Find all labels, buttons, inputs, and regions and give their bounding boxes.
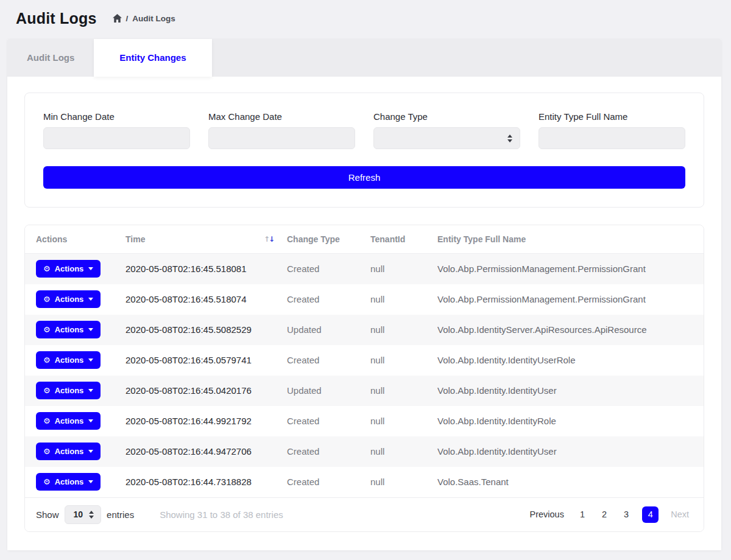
cell-tenantid: null	[370, 467, 437, 497]
table-row: ⚙Actions 2020-05-08T02:16:44.7318828 Cre…	[25, 467, 704, 497]
pagination-next[interactable]: Next	[668, 508, 691, 520]
panel-body: Min Change Date Max Change Date Change T…	[7, 77, 721, 550]
cell-time: 2020-05-08T02:16:45.518081	[125, 254, 287, 284]
cell-change-type: Created	[287, 406, 370, 436]
tab-audit-logs[interactable]: Audit Logs	[7, 39, 94, 77]
chevron-down-icon	[88, 389, 93, 392]
row-actions-button[interactable]: ⚙Actions	[36, 351, 101, 369]
page-size-select[interactable]: 10	[65, 505, 102, 524]
cell-time: 2020-05-08T02:16:45.5082529	[125, 315, 287, 345]
home-icon[interactable]	[113, 14, 122, 23]
cell-entity-type-full-name: Volo.Abp.IdentityServer.ApiResources.Api…	[437, 315, 704, 345]
cell-change-type: Updated	[287, 376, 370, 406]
pagination-page-4-active[interactable]: 4	[642, 506, 659, 523]
table-info: Showing 31 to 38 of 38 entries	[160, 509, 283, 520]
cell-entity-type-full-name: Volo.Abp.Identity.IdentityUserRole	[437, 345, 704, 376]
table-row: ⚙Actions 2020-05-08T02:16:44.9921792 Cre…	[25, 406, 704, 436]
cell-change-type: Created	[287, 254, 370, 284]
filter-entity-type-full-name: Entity Type Full Name	[539, 111, 685, 149]
actions-label: Actions	[55, 355, 84, 365]
table-row: ⚙Actions 2020-05-08T02:16:45.0420176 Upd…	[25, 376, 704, 406]
cell-time: 2020-05-08T02:16:44.7318828	[125, 467, 287, 497]
filter-card: Min Change Date Max Change Date Change T…	[24, 93, 704, 208]
refresh-button[interactable]: Refresh	[43, 166, 685, 189]
pagination-previous[interactable]: Previous	[528, 508, 567, 520]
row-actions-button[interactable]: ⚙Actions	[36, 473, 101, 491]
actions-label: Actions	[55, 325, 84, 334]
gear-icon: ⚙	[43, 326, 51, 334]
chevron-down-icon	[88, 450, 93, 453]
gear-icon: ⚙	[43, 478, 51, 486]
change-type-select[interactable]	[373, 127, 520, 149]
column-header-actions: Actions	[25, 225, 125, 254]
row-actions-button[interactable]: ⚙Actions	[36, 321, 101, 338]
entity-changes-table-card: Actions Time ↑↓ Change Type TenantId Ent…	[24, 225, 704, 532]
column-header-entity-type-full-name: Entity Type Full Name	[437, 225, 704, 254]
actions-label: Actions	[55, 416, 84, 425]
cell-tenantid: null	[370, 284, 437, 315]
table-row: ⚙Actions 2020-05-08T02:16:45.0579741 Cre…	[25, 345, 704, 376]
pagination-page-1[interactable]: 1	[576, 508, 588, 520]
chevron-down-icon	[88, 267, 93, 270]
actions-label: Actions	[55, 264, 84, 273]
actions-label: Actions	[55, 477, 84, 486]
filter-change-type: Change Type	[373, 111, 520, 149]
min-change-date-input[interactable]	[43, 127, 190, 149]
row-actions-button[interactable]: ⚙Actions	[36, 412, 101, 430]
change-type-label: Change Type	[373, 111, 520, 122]
cell-change-type: Created	[287, 467, 370, 497]
table-header-row: Actions Time ↑↓ Change Type TenantId Ent…	[25, 225, 704, 254]
filter-min-change-date: Min Change Date	[43, 111, 190, 149]
tab-entity-changes[interactable]: Entity Changes	[94, 39, 211, 77]
table-row: ⚙Actions 2020-05-08T02:16:45.518081 Crea…	[25, 254, 704, 284]
cell-entity-type-full-name: Volo.Saas.Tenant	[437, 467, 704, 497]
filter-grid: Min Change Date Max Change Date Change T…	[43, 111, 685, 149]
cell-entity-type-full-name: Volo.Abp.PermissionManagement.Permission…	[437, 284, 704, 315]
main-panel: Audit Logs Entity Changes Min Change Dat…	[7, 39, 721, 550]
row-actions-button[interactable]: ⚙Actions	[36, 290, 101, 308]
cell-entity-type-full-name: Volo.Abp.Identity.IdentityRole	[437, 406, 704, 436]
actions-label: Actions	[55, 295, 84, 304]
table-row: ⚙Actions 2020-05-08T02:16:45.518074 Crea…	[25, 284, 704, 315]
chevron-down-icon	[88, 359, 93, 362]
cell-time: 2020-05-08T02:16:45.518074	[125, 284, 287, 315]
cell-time: 2020-05-08T02:16:45.0579741	[125, 345, 287, 376]
cell-entity-type-full-name: Volo.Abp.Identity.IdentityUser	[437, 376, 704, 406]
row-actions-button[interactable]: ⚙Actions	[36, 443, 101, 460]
up-down-arrows-icon	[89, 511, 95, 519]
table-footer: Show 10 entries Showing 31 to 38 of 38 e…	[25, 497, 704, 531]
column-header-time[interactable]: Time ↑↓	[125, 225, 287, 254]
pagination-page-2[interactable]: 2	[598, 508, 610, 520]
cell-tenantid: null	[370, 254, 437, 284]
column-header-time-label: Time	[125, 234, 145, 244]
gear-icon: ⚙	[43, 356, 51, 364]
entity-changes-table: Actions Time ↑↓ Change Type TenantId Ent…	[25, 225, 704, 497]
cell-tenantid: null	[370, 345, 437, 376]
chevron-down-icon	[88, 480, 93, 483]
breadcrumb-current[interactable]: Audit Logs	[132, 14, 175, 23]
page-title: Audit Logs	[16, 10, 97, 27]
cell-time: 2020-05-08T02:16:44.9921792	[125, 406, 287, 436]
entity-type-full-name-input[interactable]	[539, 127, 685, 149]
up-down-arrows-icon	[507, 135, 514, 142]
chevron-down-icon	[88, 298, 93, 301]
row-actions-button[interactable]: ⚙Actions	[36, 382, 101, 399]
min-change-date-label: Min Change Date	[43, 111, 190, 122]
max-change-date-input[interactable]	[208, 127, 355, 149]
gear-icon: ⚙	[43, 387, 51, 394]
table-row: ⚙Actions 2020-05-08T02:16:44.9472706 Cre…	[25, 436, 704, 467]
breadcrumb-separator: /	[126, 14, 129, 23]
cell-change-type: Created	[287, 284, 370, 315]
chevron-down-icon	[88, 419, 93, 422]
filter-max-change-date: Max Change Date	[208, 111, 355, 149]
max-change-date-label: Max Change Date	[208, 111, 355, 122]
show-label: Show	[36, 509, 59, 520]
cell-change-type: Created	[287, 436, 370, 467]
cell-change-type: Created	[287, 345, 370, 376]
sort-arrows-icon[interactable]: ↑↓	[264, 235, 274, 243]
cell-change-type: Updated	[287, 315, 370, 345]
gear-icon: ⚙	[43, 417, 51, 425]
gear-icon: ⚙	[43, 265, 51, 273]
pagination-page-3[interactable]: 3	[620, 508, 632, 520]
row-actions-button[interactable]: ⚙Actions	[36, 260, 101, 278]
